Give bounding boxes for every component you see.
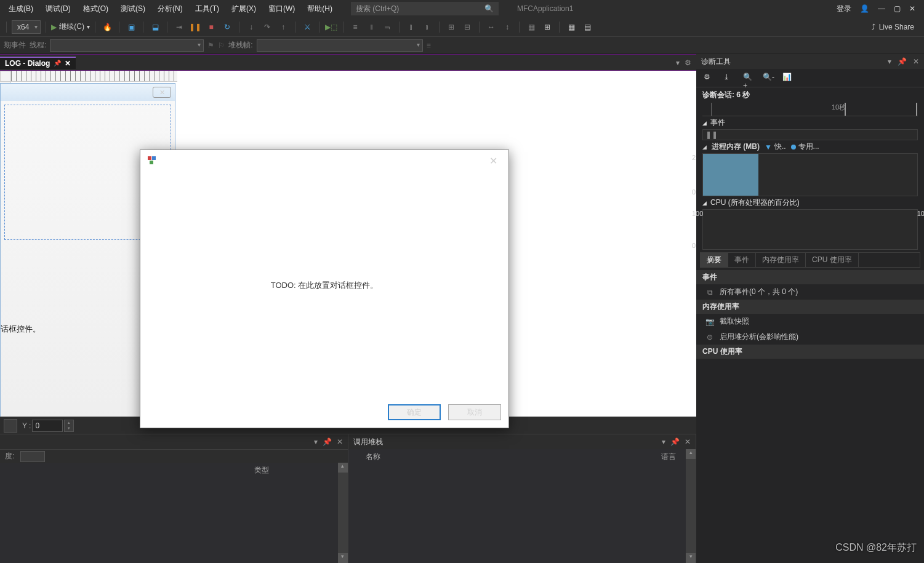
cs-scrollbar[interactable]: ▴▾: [686, 449, 696, 563]
distribute-icon-1[interactable]: ⊞: [444, 20, 458, 34]
coord-box-1[interactable]: [4, 419, 17, 433]
tab-summary[interactable]: 摘要: [701, 253, 728, 267]
tool-icon-4[interactable]: ▶⬚: [324, 20, 338, 34]
menu-analyze[interactable]: 分析(N): [151, 1, 189, 17]
login-link[interactable]: 登录: [837, 4, 851, 14]
close-window-icon[interactable]: ✕: [909, 4, 915, 13]
thread-label: 线程:: [30, 40, 46, 50]
platform-dropdown[interactable]: x64: [12, 20, 41, 34]
menu-build[interactable]: 生成(B): [2, 1, 39, 17]
diag-dropdown-icon[interactable]: ▾: [888, 57, 891, 66]
panel-close-icon[interactable]: ✕: [337, 437, 343, 446]
runtime-body: TODO: 在此放置对话框控件。: [140, 171, 508, 399]
zoom-in-icon[interactable]: 🔍+: [743, 73, 754, 84]
export-icon[interactable]: ⤓: [723, 73, 734, 84]
cs-pin-icon[interactable]: 📌: [670, 437, 680, 446]
menu-window[interactable]: 窗口(W): [262, 1, 301, 17]
distribute-icon-2[interactable]: ⊟: [460, 20, 474, 34]
step-over-icon[interactable]: ↷: [260, 20, 274, 34]
step-into-icon[interactable]: ↓: [244, 20, 258, 34]
gear-icon[interactable]: ⚙: [704, 73, 715, 84]
stack-label: 堆栈帧:: [228, 40, 252, 50]
timeline[interactable]: 10秒: [702, 103, 918, 116]
tab-cpu[interactable]: CPU 使用率: [806, 253, 859, 267]
chart-icon[interactable]: 📊: [782, 73, 793, 84]
align-icon-4[interactable]: ⫿: [404, 20, 418, 34]
thread-icon-2[interactable]: ⚐: [218, 41, 225, 50]
align-icon-1[interactable]: ≡: [348, 20, 362, 34]
panel-pin-icon[interactable]: 📌: [323, 437, 332, 446]
menu-debug[interactable]: 调试(D): [39, 1, 77, 17]
runtime-cancel-button[interactable]: 取消: [448, 404, 501, 420]
item-heap[interactable]: ⊜启用堆分析(会影响性能): [696, 329, 924, 345]
memory-chart[interactable]: 22 00: [702, 153, 918, 196]
menu-extensions[interactable]: 扩展(X): [225, 1, 262, 17]
center-icon[interactable]: ▦: [524, 20, 538, 34]
tab-memory[interactable]: 内存使用率: [756, 253, 806, 267]
left-panel: ▾📌✕ 度: 类型 ▴▾: [0, 434, 348, 563]
zoom-out-icon[interactable]: 🔍-: [763, 73, 774, 84]
runtime-ok-button[interactable]: 确定: [388, 404, 441, 420]
grid-icon[interactable]: ⊞: [540, 20, 554, 34]
left-scrollbar[interactable]: ▴▾: [338, 463, 348, 563]
restart-icon[interactable]: ↻: [220, 20, 234, 34]
item-snapshot[interactable]: 📷截取快照: [696, 314, 924, 329]
tool-icon-2[interactable]: ⬓: [148, 20, 162, 34]
runtime-titlebar[interactable]: ✕: [140, 150, 508, 171]
y-input[interactable]: [32, 420, 63, 432]
stack-dropdown[interactable]: [257, 39, 423, 52]
width-dropdown[interactable]: [20, 451, 45, 462]
pause-icon[interactable]: ❚❚: [188, 20, 202, 34]
cs-dropdown-icon[interactable]: ▾: [662, 437, 665, 446]
thread-icon-1[interactable]: ⚑: [207, 41, 214, 50]
minimize-icon[interactable]: —: [878, 4, 885, 13]
menu-tools[interactable]: 工具(T): [189, 1, 225, 17]
lifecycle-label: 期事件: [4, 40, 26, 50]
watermark: CSDN @82年苏打: [835, 541, 917, 554]
tool-icon-1[interactable]: ▣: [124, 20, 138, 34]
panel-dropdown-icon[interactable]: ▾: [314, 437, 318, 446]
designer-close-icon[interactable]: ✕: [153, 87, 171, 98]
item-all-events[interactable]: ⧉所有事件(0 个，共 0 个): [696, 284, 924, 300]
step-icon[interactable]: ⇥: [172, 20, 186, 34]
y-spinner[interactable]: ▴▾: [64, 420, 74, 432]
heap-icon: ⊜: [705, 333, 715, 341]
pin-icon[interactable]: 📌: [54, 60, 61, 66]
step-out-icon[interactable]: ↑: [276, 20, 290, 34]
tab-events[interactable]: 事件: [728, 253, 756, 267]
search-placeholder: 搜索 (Ctrl+Q): [356, 4, 399, 14]
cs-close-icon[interactable]: ✕: [685, 437, 691, 446]
align-icon-3[interactable]: ⫬: [380, 20, 394, 34]
tab-gear-icon[interactable]: ⚙: [685, 58, 691, 67]
live-share-button[interactable]: ⤴ Live Share: [866, 23, 920, 31]
tool-icon-3[interactable]: ⚔: [300, 20, 314, 34]
user-icon[interactable]: 👤: [860, 4, 869, 13]
diag-pin-icon[interactable]: 📌: [898, 57, 907, 66]
grid-toggle-icon[interactable]: ▦: [564, 20, 578, 34]
size-icon-1[interactable]: ↔: [484, 20, 498, 34]
align-icon-5[interactable]: ⫾: [420, 20, 434, 34]
tab-dropdown-icon[interactable]: ▾: [676, 58, 680, 67]
menu-test[interactable]: 测试(S): [114, 1, 151, 17]
thread-dropdown[interactable]: [50, 39, 204, 52]
hot-reload-icon[interactable]: 🔥: [100, 20, 114, 34]
maximize-icon[interactable]: ▢: [894, 4, 901, 13]
search-input[interactable]: 搜索 (Ctrl+Q) 🔍: [351, 2, 499, 15]
diag-tabs: 摘要 事件 内存使用率 CPU 使用率: [700, 252, 920, 268]
runtime-close-icon[interactable]: ✕: [484, 154, 502, 168]
tab-dialog[interactable]: LOG - Dialog 📌 ✕: [0, 57, 76, 69]
search-icon: 🔍: [484, 4, 494, 13]
continue-button[interactable]: ▶ 继续(C) ▾: [51, 22, 90, 32]
align-icon-2[interactable]: ⫴: [364, 20, 378, 34]
stop-icon[interactable]: ■: [204, 20, 218, 34]
cpu-section[interactable]: ◢CPU (所有处理器的百分比): [696, 196, 924, 209]
diag-close-icon[interactable]: ✕: [913, 57, 919, 66]
size-icon-2[interactable]: ↕: [500, 20, 514, 34]
cpu-chart[interactable]: 100100 00: [702, 209, 918, 250]
tab-close-icon[interactable]: ✕: [65, 59, 71, 68]
menu-format[interactable]: 格式(O): [77, 1, 114, 17]
events-section[interactable]: ◢事件: [696, 116, 924, 129]
guides-icon[interactable]: ▤: [581, 20, 594, 34]
menu-help[interactable]: 帮助(H): [301, 1, 339, 17]
memory-section[interactable]: ◢ 进程内存 (MB) ▼快.. 专用...: [696, 140, 924, 153]
